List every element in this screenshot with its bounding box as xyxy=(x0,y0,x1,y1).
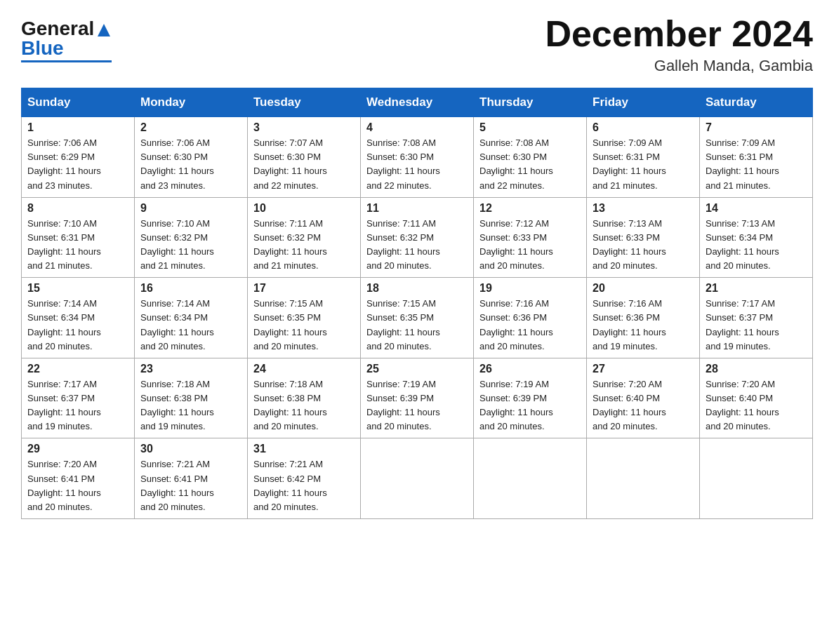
day-number: 15 xyxy=(27,282,128,295)
calendar-week-row: 22Sunrise: 7:17 AMSunset: 6:37 PMDayligh… xyxy=(22,358,813,438)
logo-blue-text: Blue xyxy=(21,37,64,60)
calendar-day-cell: 26Sunrise: 7:19 AMSunset: 6:39 PMDayligh… xyxy=(474,358,587,438)
col-sunday: Sunday xyxy=(22,88,135,117)
day-number: 25 xyxy=(366,363,468,375)
day-info: Sunrise: 7:08 AMSunset: 6:30 PMDaylight:… xyxy=(479,136,581,193)
day-info: Sunrise: 7:10 AMSunset: 6:31 PMDaylight:… xyxy=(27,217,128,274)
day-info: Sunrise: 7:07 AMSunset: 6:30 PMDaylight:… xyxy=(253,136,355,193)
day-info: Sunrise: 7:06 AMSunset: 6:29 PMDaylight:… xyxy=(27,136,128,193)
calendar-day-cell: 15Sunrise: 7:14 AMSunset: 6:34 PMDayligh… xyxy=(22,278,135,358)
day-info: Sunrise: 7:14 AMSunset: 6:34 PMDaylight:… xyxy=(27,297,128,354)
day-info: Sunrise: 7:12 AMSunset: 6:33 PMDaylight:… xyxy=(479,217,581,274)
page-header: General Blue December 2024 Galleh Manda,… xyxy=(21,14,813,75)
day-info: Sunrise: 7:13 AMSunset: 6:33 PMDaylight:… xyxy=(593,217,694,274)
day-number: 1 xyxy=(27,121,128,134)
calendar-day-cell: 17Sunrise: 7:15 AMSunset: 6:35 PMDayligh… xyxy=(248,278,361,358)
location-title: Galleh Manda, Gambia xyxy=(545,57,813,75)
calendar-day-cell: 27Sunrise: 7:20 AMSunset: 6:40 PMDayligh… xyxy=(587,358,700,438)
day-info: Sunrise: 7:19 AMSunset: 6:39 PMDaylight:… xyxy=(479,377,581,434)
calendar-day-cell: 24Sunrise: 7:18 AMSunset: 6:38 PMDayligh… xyxy=(248,358,361,438)
calendar-day-cell: 19Sunrise: 7:16 AMSunset: 6:36 PMDayligh… xyxy=(474,278,587,358)
calendar-day-cell: 3Sunrise: 7:07 AMSunset: 6:30 PMDaylight… xyxy=(248,117,361,198)
calendar-day-cell: 20Sunrise: 7:16 AMSunset: 6:36 PMDayligh… xyxy=(587,278,700,358)
day-number: 8 xyxy=(27,202,128,215)
day-number: 17 xyxy=(253,282,355,295)
day-number: 22 xyxy=(27,363,128,375)
day-info: Sunrise: 7:09 AMSunset: 6:31 PMDaylight:… xyxy=(706,136,807,193)
logo-underline xyxy=(21,60,112,62)
day-info: Sunrise: 7:15 AMSunset: 6:35 PMDaylight:… xyxy=(253,297,355,354)
col-monday: Monday xyxy=(135,88,248,117)
calendar-day-cell: 4Sunrise: 7:08 AMSunset: 6:30 PMDaylight… xyxy=(361,117,474,198)
day-number: 12 xyxy=(479,202,581,215)
day-number: 23 xyxy=(140,363,241,375)
calendar-day-cell: 5Sunrise: 7:08 AMSunset: 6:30 PMDaylight… xyxy=(474,117,587,198)
calendar-day-cell: 21Sunrise: 7:17 AMSunset: 6:37 PMDayligh… xyxy=(700,278,813,358)
calendar-day-cell: 9Sunrise: 7:10 AMSunset: 6:32 PMDaylight… xyxy=(135,197,248,278)
calendar-day-cell: 28Sunrise: 7:20 AMSunset: 6:40 PMDayligh… xyxy=(700,358,813,438)
day-number: 26 xyxy=(479,363,581,375)
col-friday: Friday xyxy=(587,88,700,117)
day-info: Sunrise: 7:20 AMSunset: 6:41 PMDaylight:… xyxy=(27,457,128,514)
col-thursday: Thursday xyxy=(474,88,587,117)
calendar-day-cell: 14Sunrise: 7:13 AMSunset: 6:34 PMDayligh… xyxy=(700,197,813,278)
calendar-day-cell: 7Sunrise: 7:09 AMSunset: 6:31 PMDaylight… xyxy=(700,117,813,198)
day-info: Sunrise: 7:20 AMSunset: 6:40 PMDaylight:… xyxy=(593,377,694,434)
day-info: Sunrise: 7:17 AMSunset: 6:37 PMDaylight:… xyxy=(706,297,807,354)
day-info: Sunrise: 7:14 AMSunset: 6:34 PMDaylight:… xyxy=(140,297,241,354)
calendar-day-cell: 16Sunrise: 7:14 AMSunset: 6:34 PMDayligh… xyxy=(135,278,248,358)
day-info: Sunrise: 7:11 AMSunset: 6:32 PMDaylight:… xyxy=(253,217,355,274)
day-info: Sunrise: 7:15 AMSunset: 6:35 PMDaylight:… xyxy=(366,297,468,354)
calendar-day-cell: 1Sunrise: 7:06 AMSunset: 6:29 PMDaylight… xyxy=(22,117,135,198)
day-info: Sunrise: 7:16 AMSunset: 6:36 PMDaylight:… xyxy=(479,297,581,354)
day-number: 6 xyxy=(593,121,694,134)
day-number: 2 xyxy=(140,121,241,134)
day-info: Sunrise: 7:11 AMSunset: 6:32 PMDaylight:… xyxy=(366,217,468,274)
calendar-day-cell: 8Sunrise: 7:10 AMSunset: 6:31 PMDaylight… xyxy=(22,197,135,278)
day-number: 7 xyxy=(706,121,807,134)
day-number: 10 xyxy=(253,202,355,215)
day-number: 19 xyxy=(479,282,581,295)
day-number: 5 xyxy=(479,121,581,134)
day-number: 24 xyxy=(253,363,355,375)
calendar-day-cell: 31Sunrise: 7:21 AMSunset: 6:42 PMDayligh… xyxy=(248,438,361,519)
day-number: 20 xyxy=(593,282,694,295)
calendar-day-cell: 29Sunrise: 7:20 AMSunset: 6:41 PMDayligh… xyxy=(22,438,135,519)
day-number: 18 xyxy=(366,282,468,295)
day-number: 14 xyxy=(706,202,807,215)
day-number: 30 xyxy=(140,443,241,455)
col-saturday: Saturday xyxy=(700,88,813,117)
day-info: Sunrise: 7:21 AMSunset: 6:42 PMDaylight:… xyxy=(253,457,355,514)
day-number: 4 xyxy=(366,121,468,134)
day-number: 16 xyxy=(140,282,241,295)
day-number: 29 xyxy=(27,443,128,455)
calendar-day-cell: 6Sunrise: 7:09 AMSunset: 6:31 PMDaylight… xyxy=(587,117,700,198)
calendar-week-row: 15Sunrise: 7:14 AMSunset: 6:34 PMDayligh… xyxy=(22,278,813,358)
day-info: Sunrise: 7:08 AMSunset: 6:30 PMDaylight:… xyxy=(366,136,468,193)
calendar-day-cell: 30Sunrise: 7:21 AMSunset: 6:41 PMDayligh… xyxy=(135,438,248,519)
calendar-day-cell: 18Sunrise: 7:15 AMSunset: 6:35 PMDayligh… xyxy=(361,278,474,358)
calendar-day-cell: 10Sunrise: 7:11 AMSunset: 6:32 PMDayligh… xyxy=(248,197,361,278)
calendar-day-cell xyxy=(361,438,474,519)
svg-marker-0 xyxy=(98,24,110,36)
day-info: Sunrise: 7:13 AMSunset: 6:34 PMDaylight:… xyxy=(706,217,807,274)
day-number: 13 xyxy=(593,202,694,215)
calendar-day-cell xyxy=(587,438,700,519)
day-info: Sunrise: 7:20 AMSunset: 6:40 PMDaylight:… xyxy=(706,377,807,434)
day-info: Sunrise: 7:19 AMSunset: 6:39 PMDaylight:… xyxy=(366,377,468,434)
col-tuesday: Tuesday xyxy=(248,88,361,117)
day-info: Sunrise: 7:09 AMSunset: 6:31 PMDaylight:… xyxy=(593,136,694,193)
day-info: Sunrise: 7:06 AMSunset: 6:30 PMDaylight:… xyxy=(140,136,241,193)
calendar-week-row: 1Sunrise: 7:06 AMSunset: 6:29 PMDaylight… xyxy=(22,117,813,198)
calendar-day-cell: 25Sunrise: 7:19 AMSunset: 6:39 PMDayligh… xyxy=(361,358,474,438)
calendar-table: Sunday Monday Tuesday Wednesday Thursday… xyxy=(21,88,813,519)
calendar-day-cell: 2Sunrise: 7:06 AMSunset: 6:30 PMDaylight… xyxy=(135,117,248,198)
day-number: 31 xyxy=(253,443,355,455)
day-number: 3 xyxy=(253,121,355,134)
logo: General Blue xyxy=(21,14,112,62)
day-number: 11 xyxy=(366,202,468,215)
calendar-week-row: 29Sunrise: 7:20 AMSunset: 6:41 PMDayligh… xyxy=(22,438,813,519)
calendar-day-cell xyxy=(474,438,587,519)
title-block: December 2024 Galleh Manda, Gambia xyxy=(545,14,813,75)
day-info: Sunrise: 7:18 AMSunset: 6:38 PMDaylight:… xyxy=(140,377,241,434)
